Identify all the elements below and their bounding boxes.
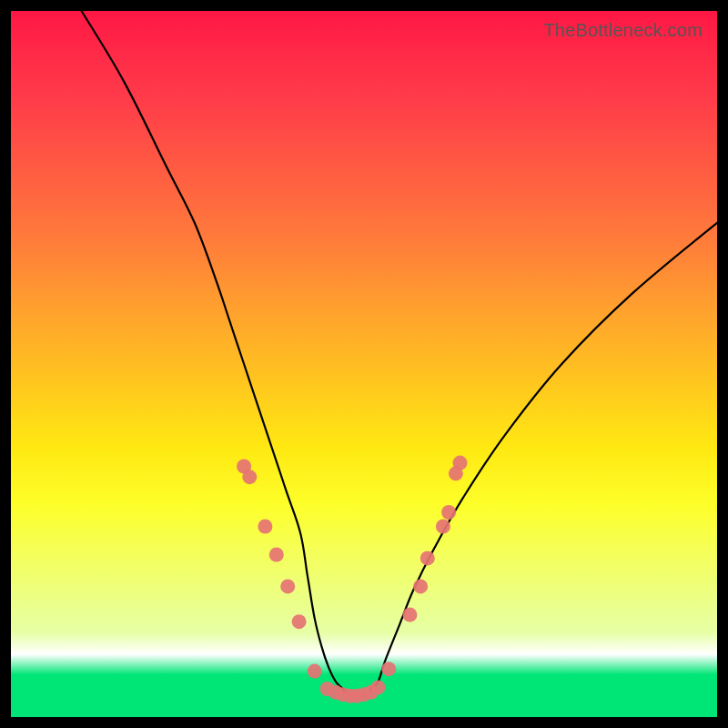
chart-frame: TheBottleneck.com [0,0,728,728]
bottleneck-curve-path [82,11,717,696]
marker-dot [258,520,272,534]
marker-dot [242,470,257,484]
marker-dot [436,520,450,534]
chart-svg [11,11,717,717]
marker-dot [269,548,284,562]
marker-dot [441,505,456,520]
marker-dot [413,579,428,593]
marker-dot [308,664,322,679]
marker-dot [371,680,386,694]
chart-plot-area: TheBottleneck.com [11,11,717,717]
marker-group [237,456,467,703]
marker-dot [280,579,295,593]
marker-dot [420,551,435,565]
marker-dot [453,456,468,470]
marker-dot [292,614,307,629]
marker-dot [381,662,396,676]
marker-dot [402,608,417,622]
